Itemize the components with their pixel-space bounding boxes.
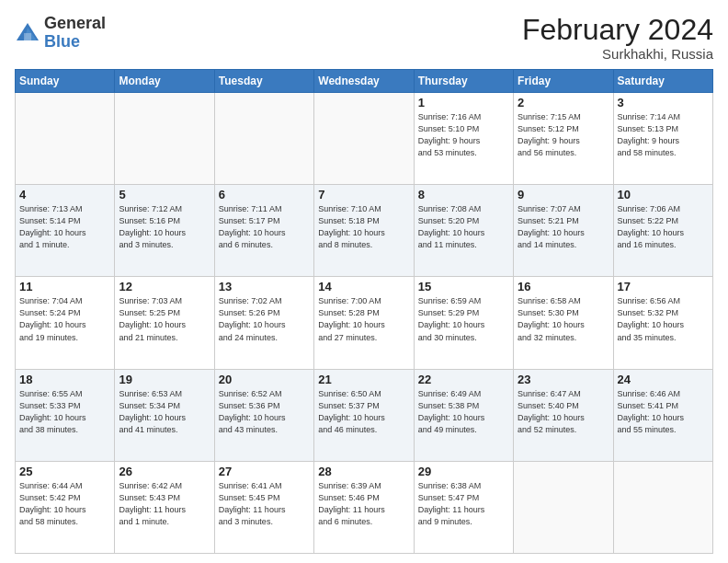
table-row: 13Sunrise: 7:02 AM Sunset: 5:26 PM Dayli…	[214, 277, 313, 369]
cell-day-number: 18	[19, 373, 110, 386]
table-row: 26Sunrise: 6:42 AM Sunset: 5:43 PM Dayli…	[115, 461, 214, 553]
cell-day-number: 22	[418, 373, 509, 386]
table-row: 1Sunrise: 7:16 AM Sunset: 5:10 PM Daylig…	[414, 93, 513, 185]
table-row: 23Sunrise: 6:47 AM Sunset: 5:40 PM Dayli…	[514, 369, 613, 461]
calendar-row-0: 1Sunrise: 7:16 AM Sunset: 5:10 PM Daylig…	[16, 93, 713, 185]
table-row: 27Sunrise: 6:41 AM Sunset: 5:45 PM Dayli…	[214, 461, 313, 553]
cell-day-number: 1	[418, 96, 509, 109]
table-row: 4Sunrise: 7:13 AM Sunset: 5:14 PM Daylig…	[16, 185, 115, 277]
cell-day-number: 28	[318, 465, 409, 478]
table-row: 6Sunrise: 7:11 AM Sunset: 5:17 PM Daylig…	[214, 185, 313, 277]
cell-day-number: 23	[518, 373, 609, 386]
cell-day-number: 3	[618, 96, 709, 109]
cell-info: Sunrise: 6:52 AM Sunset: 5:36 PM Dayligh…	[219, 388, 310, 436]
cell-info: Sunrise: 7:11 AM Sunset: 5:17 PM Dayligh…	[219, 203, 310, 251]
table-row: 18Sunrise: 6:55 AM Sunset: 5:33 PM Dayli…	[16, 369, 115, 461]
table-row: 16Sunrise: 6:58 AM Sunset: 5:30 PM Dayli…	[514, 277, 613, 369]
table-row: 9Sunrise: 7:07 AM Sunset: 5:21 PM Daylig…	[514, 185, 613, 277]
logo: General Blue	[15, 15, 106, 52]
cell-info: Sunrise: 6:59 AM Sunset: 5:29 PM Dayligh…	[418, 295, 509, 343]
table-row: 12Sunrise: 7:03 AM Sunset: 5:25 PM Dayli…	[115, 277, 214, 369]
cell-day-number: 7	[318, 188, 409, 201]
logo-icon	[15, 20, 40, 46]
col-saturday: Saturday	[613, 70, 712, 93]
table-row	[314, 93, 414, 185]
cell-day-number: 2	[518, 96, 609, 109]
cell-info: Sunrise: 7:07 AM Sunset: 5:21 PM Dayligh…	[518, 203, 609, 251]
cell-info: Sunrise: 6:38 AM Sunset: 5:47 PM Dayligh…	[418, 480, 509, 528]
calendar-row-1: 4Sunrise: 7:13 AM Sunset: 5:14 PM Daylig…	[16, 185, 713, 277]
cell-day-number: 21	[318, 373, 409, 386]
cell-info: Sunrise: 7:03 AM Sunset: 5:25 PM Dayligh…	[119, 295, 210, 343]
cell-day-number: 16	[518, 280, 609, 293]
table-row: 19Sunrise: 6:53 AM Sunset: 5:34 PM Dayli…	[115, 369, 214, 461]
col-tuesday: Tuesday	[214, 70, 313, 93]
title-block: February 2024 Surkhakhi, Russia	[522, 15, 713, 62]
cell-info: Sunrise: 6:50 AM Sunset: 5:37 PM Dayligh…	[318, 388, 409, 436]
calendar-row-3: 18Sunrise: 6:55 AM Sunset: 5:33 PM Dayli…	[16, 369, 713, 461]
cell-info: Sunrise: 7:04 AM Sunset: 5:24 PM Dayligh…	[19, 295, 110, 343]
page: General Blue February 2024 Surkhakhi, Ru…	[0, 0, 728, 563]
cell-info: Sunrise: 7:14 AM Sunset: 5:13 PM Dayligh…	[618, 111, 709, 159]
cell-day-number: 15	[418, 280, 509, 293]
cell-day-number: 13	[219, 280, 310, 293]
table-row	[16, 93, 115, 185]
cell-info: Sunrise: 7:12 AM Sunset: 5:16 PM Dayligh…	[119, 203, 210, 251]
cell-info: Sunrise: 7:00 AM Sunset: 5:28 PM Dayligh…	[318, 295, 409, 343]
table-row: 20Sunrise: 6:52 AM Sunset: 5:36 PM Dayli…	[214, 369, 313, 461]
logo-general-text: General	[44, 14, 106, 32]
table-row	[613, 461, 712, 553]
cell-info: Sunrise: 7:08 AM Sunset: 5:20 PM Dayligh…	[418, 203, 509, 251]
col-monday: Monday	[115, 70, 214, 93]
cell-info: Sunrise: 7:10 AM Sunset: 5:18 PM Dayligh…	[318, 203, 409, 251]
table-row	[514, 461, 613, 553]
table-row: 11Sunrise: 7:04 AM Sunset: 5:24 PM Dayli…	[16, 277, 115, 369]
table-row: 2Sunrise: 7:15 AM Sunset: 5:12 PM Daylig…	[514, 93, 613, 185]
cell-day-number: 4	[19, 188, 110, 201]
svg-rect-2	[24, 33, 31, 40]
calendar-header-row: Sunday Monday Tuesday Wednesday Thursday…	[16, 70, 713, 93]
cell-day-number: 9	[518, 188, 609, 201]
table-row	[115, 93, 214, 185]
cell-info: Sunrise: 6:56 AM Sunset: 5:32 PM Dayligh…	[618, 295, 709, 343]
cell-info: Sunrise: 7:15 AM Sunset: 5:12 PM Dayligh…	[518, 111, 609, 159]
cell-day-number: 26	[119, 465, 210, 478]
cell-info: Sunrise: 7:02 AM Sunset: 5:26 PM Dayligh…	[219, 295, 310, 343]
logo-blue-text: Blue	[44, 32, 80, 51]
table-row: 21Sunrise: 6:50 AM Sunset: 5:37 PM Dayli…	[314, 369, 414, 461]
cell-info: Sunrise: 6:39 AM Sunset: 5:46 PM Dayligh…	[318, 480, 409, 528]
cell-info: Sunrise: 6:49 AM Sunset: 5:38 PM Dayligh…	[418, 388, 509, 436]
table-row: 24Sunrise: 6:46 AM Sunset: 5:41 PM Dayli…	[613, 369, 712, 461]
cell-info: Sunrise: 6:41 AM Sunset: 5:45 PM Dayligh…	[219, 480, 310, 528]
cell-info: Sunrise: 6:42 AM Sunset: 5:43 PM Dayligh…	[119, 480, 210, 528]
cell-info: Sunrise: 7:06 AM Sunset: 5:22 PM Dayligh…	[618, 203, 709, 251]
cell-day-number: 12	[119, 280, 210, 293]
col-wednesday: Wednesday	[314, 70, 414, 93]
table-row: 14Sunrise: 7:00 AM Sunset: 5:28 PM Dayli…	[314, 277, 414, 369]
cell-day-number: 11	[19, 280, 110, 293]
table-row: 5Sunrise: 7:12 AM Sunset: 5:16 PM Daylig…	[115, 185, 214, 277]
cell-day-number: 6	[219, 188, 310, 201]
table-row: 8Sunrise: 7:08 AM Sunset: 5:20 PM Daylig…	[414, 185, 513, 277]
cell-info: Sunrise: 6:47 AM Sunset: 5:40 PM Dayligh…	[518, 388, 609, 436]
logo-text: General Blue	[44, 15, 106, 52]
calendar-row-4: 25Sunrise: 6:44 AM Sunset: 5:42 PM Dayli…	[16, 461, 713, 553]
title-month: February 2024	[522, 15, 713, 44]
cell-info: Sunrise: 6:53 AM Sunset: 5:34 PM Dayligh…	[119, 388, 210, 436]
table-row: 29Sunrise: 6:38 AM Sunset: 5:47 PM Dayli…	[414, 461, 513, 553]
cell-day-number: 25	[19, 465, 110, 478]
table-row: 7Sunrise: 7:10 AM Sunset: 5:18 PM Daylig…	[314, 185, 414, 277]
cell-day-number: 8	[418, 188, 509, 201]
cell-day-number: 24	[618, 373, 709, 386]
cell-day-number: 20	[219, 373, 310, 386]
table-row: 3Sunrise: 7:14 AM Sunset: 5:13 PM Daylig…	[613, 93, 712, 185]
title-location: Surkhakhi, Russia	[522, 46, 713, 62]
table-row: 17Sunrise: 6:56 AM Sunset: 5:32 PM Dayli…	[613, 277, 712, 369]
cell-info: Sunrise: 6:55 AM Sunset: 5:33 PM Dayligh…	[19, 388, 110, 436]
cell-day-number: 10	[618, 188, 709, 201]
table-row: 15Sunrise: 6:59 AM Sunset: 5:29 PM Dayli…	[414, 277, 513, 369]
table-row: 25Sunrise: 6:44 AM Sunset: 5:42 PM Dayli…	[16, 461, 115, 553]
cell-day-number: 5	[119, 188, 210, 201]
table-row: 28Sunrise: 6:39 AM Sunset: 5:46 PM Dayli…	[314, 461, 414, 553]
cell-day-number: 19	[119, 373, 210, 386]
